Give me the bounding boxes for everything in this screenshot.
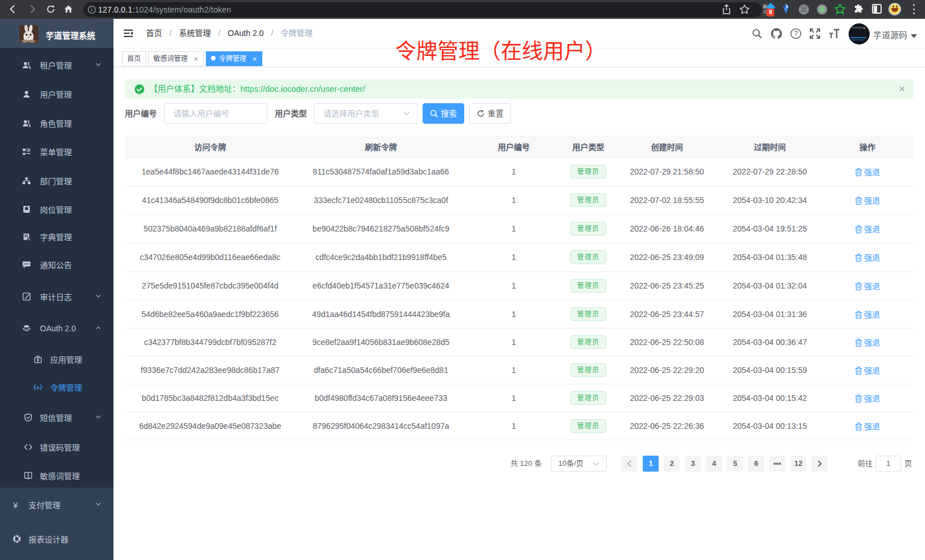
svg-text:?: ? (794, 30, 798, 38)
svg-text:a: a (36, 385, 39, 390)
svg-text:⌘: ⌘ (801, 6, 807, 13)
